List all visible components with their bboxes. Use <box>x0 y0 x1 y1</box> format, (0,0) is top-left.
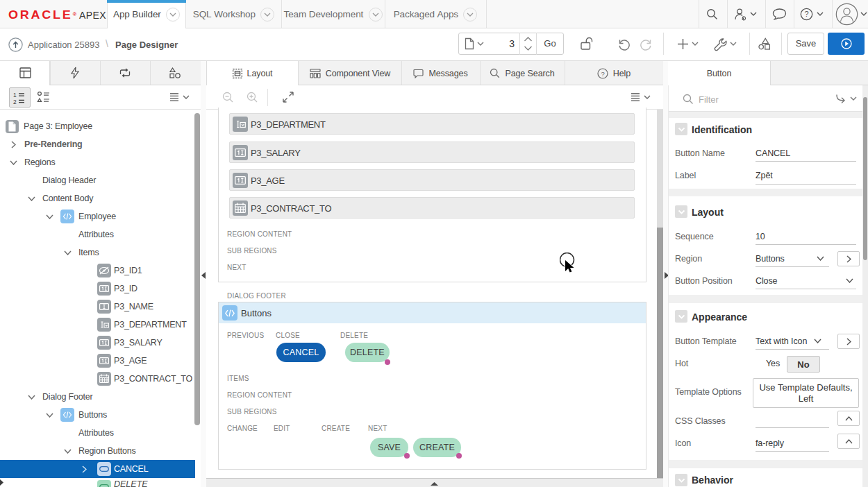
svg-text:?: ? <box>601 69 604 77</box>
svg-text:1: 1 <box>13 92 17 99</box>
svg-text:?: ? <box>804 10 808 18</box>
svg-text:2: 2 <box>13 99 17 105</box>
